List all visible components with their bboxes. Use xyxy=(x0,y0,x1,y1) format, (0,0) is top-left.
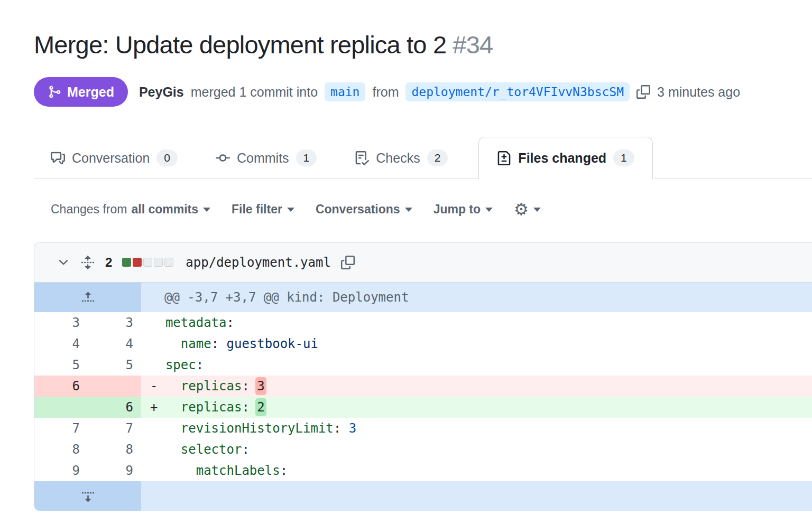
tab-label: Checks xyxy=(376,151,420,166)
diff-line-code[interactable]: metadata: xyxy=(141,312,812,333)
new-line-number[interactable]: 6 xyxy=(88,397,141,418)
code-token: spec xyxy=(165,358,196,372)
code-token: : xyxy=(242,442,249,457)
diff-line-gutter: 6 xyxy=(34,376,141,397)
copy-branch-button[interactable] xyxy=(636,85,650,99)
code-token: 2 xyxy=(255,398,266,416)
file-diff-panel: 2 app/deployment.yaml @@ -3,7 +3,7 @@ ki… xyxy=(34,242,812,511)
old-line-number[interactable]: 6 xyxy=(34,376,88,397)
new-line-number[interactable]: 9 xyxy=(88,460,141,481)
pull-request-page: Merge: Update deployment replica to 2#34… xyxy=(0,30,812,511)
all-commits-dropdown[interactable]: Changes fromall commits xyxy=(51,202,210,217)
author-link[interactable]: PeyGis xyxy=(139,85,184,100)
diff-line-code[interactable]: selector: xyxy=(141,439,812,460)
expand-row-body xyxy=(141,481,812,511)
old-line-number[interactable] xyxy=(34,397,88,418)
diff-row-context: 99 matchLabels: xyxy=(34,460,812,481)
code-token: guestbook-ui xyxy=(227,336,318,351)
expand-hunk-down-button[interactable] xyxy=(34,481,141,511)
caret-down-icon xyxy=(405,208,412,212)
collapse-file-chevron-icon[interactable] xyxy=(57,256,70,269)
file-header: 2 app/deployment.yaml xyxy=(34,242,812,283)
code-token: name xyxy=(181,336,211,351)
diff-row-context: 33 metadata: xyxy=(34,312,812,333)
old-line-number[interactable]: 4 xyxy=(34,333,88,354)
head-branch-label[interactable]: deployment/r_tor4VFIvvN3bscSM xyxy=(405,82,630,101)
dropdown-prefix: Changes from xyxy=(51,202,127,217)
tab-conversation[interactable]: Conversation0 xyxy=(43,137,185,179)
tab-files-changed[interactable]: Files changed1 xyxy=(478,137,652,179)
comment-discussion-icon xyxy=(51,151,65,165)
diffstat-square-deletion xyxy=(133,258,142,267)
diff-line-code[interactable]: - replicas: 3 xyxy=(141,376,812,397)
gear-icon: ⚙ xyxy=(514,201,529,218)
code-token xyxy=(150,421,181,436)
diff-row-del: 6- replicas: 3 xyxy=(34,376,812,397)
dropdown-label: Jump to xyxy=(433,202,481,217)
diff-settings-button[interactable]: ⚙ xyxy=(514,201,541,218)
code-token: + xyxy=(150,400,181,415)
expand-hunk-up-button[interactable] xyxy=(34,283,141,312)
file-name[interactable]: app/deployment.yaml xyxy=(186,255,331,270)
old-line-number[interactable]: 5 xyxy=(34,354,88,376)
base-branch-label[interactable]: main xyxy=(325,82,365,101)
code-token: : xyxy=(242,400,257,415)
tab-counter: 1 xyxy=(296,149,317,166)
old-line-number[interactable]: 7 xyxy=(34,418,88,439)
diff-line-gutter: 77 xyxy=(34,418,141,439)
unfold-file-icon[interactable] xyxy=(80,255,95,270)
diff-line-gutter: 6 xyxy=(34,397,141,418)
merged-status-badge: Merged xyxy=(34,77,128,107)
new-line-number[interactable]: 5 xyxy=(88,354,141,376)
diff-line-gutter: 33 xyxy=(34,312,141,333)
diff-row-context: 77 revisionHistoryLimit: 3 xyxy=(34,418,812,439)
code-token: 3 xyxy=(349,421,356,436)
tab-counter: 1 xyxy=(613,149,634,166)
diff-line-code[interactable]: spec: xyxy=(141,354,812,376)
code-token: : xyxy=(227,315,234,330)
file-filter-dropdown[interactable]: File filter xyxy=(232,202,294,217)
diff-line-gutter: 55 xyxy=(34,354,141,376)
expand-down-row xyxy=(34,481,812,511)
diff-line-code[interactable]: matchLabels: xyxy=(141,460,812,481)
diff-line-gutter: 99 xyxy=(34,460,141,481)
diff-line-code[interactable]: name: guestbook-ui xyxy=(141,333,812,354)
copy-file-path-button[interactable] xyxy=(341,256,355,269)
old-line-number[interactable]: 9 xyxy=(34,460,88,481)
pr-meta-row: Merged PeyGis merged 1 commit into main … xyxy=(34,77,812,107)
new-line-number[interactable]: 8 xyxy=(88,439,141,460)
code-token: replicas xyxy=(181,379,242,393)
tab-label: Conversation xyxy=(72,151,150,166)
tab-label: Files changed xyxy=(518,151,606,166)
diffstat-squares xyxy=(122,258,173,267)
tab-counter: 0 xyxy=(156,149,178,166)
fold-down-icon xyxy=(81,489,95,503)
new-line-number[interactable]: 3 xyxy=(88,312,141,333)
code-token: selector xyxy=(181,442,242,457)
tab-commits[interactable]: Commits1 xyxy=(208,137,324,179)
jump-to-dropdown[interactable]: Jump to xyxy=(433,202,493,217)
file-diff-icon xyxy=(497,151,511,165)
code-token xyxy=(150,442,181,457)
diff-line-gutter: 88 xyxy=(34,439,141,460)
diff-line-gutter: 44 xyxy=(34,333,141,354)
tab-label: Commits xyxy=(237,151,289,166)
pr-title-text: Merge: Update deployment replica to 2 xyxy=(34,31,446,59)
code-token xyxy=(150,358,165,372)
diff-line-code[interactable]: + replicas: 2 xyxy=(141,397,812,418)
git-merge-icon xyxy=(48,85,61,99)
new-line-number[interactable] xyxy=(88,376,141,397)
code-token: metadata xyxy=(165,315,227,330)
diff-line-code[interactable]: revisionHistoryLimit: 3 xyxy=(141,418,812,439)
old-line-number[interactable]: 3 xyxy=(34,312,88,333)
conversations-dropdown[interactable]: Conversations xyxy=(316,202,412,217)
new-line-number[interactable]: 7 xyxy=(88,418,141,439)
old-line-number[interactable]: 8 xyxy=(34,439,88,460)
code-token: : xyxy=(242,379,257,393)
code-token: : xyxy=(334,421,349,436)
diffstat-square-neutral xyxy=(154,258,163,267)
caret-down-icon xyxy=(203,208,210,212)
new-line-number[interactable]: 4 xyxy=(88,333,141,354)
diff-toolbar: Changes fromall commitsFile filterConver… xyxy=(51,201,812,218)
tab-checks[interactable]: Checks2 xyxy=(347,137,455,179)
